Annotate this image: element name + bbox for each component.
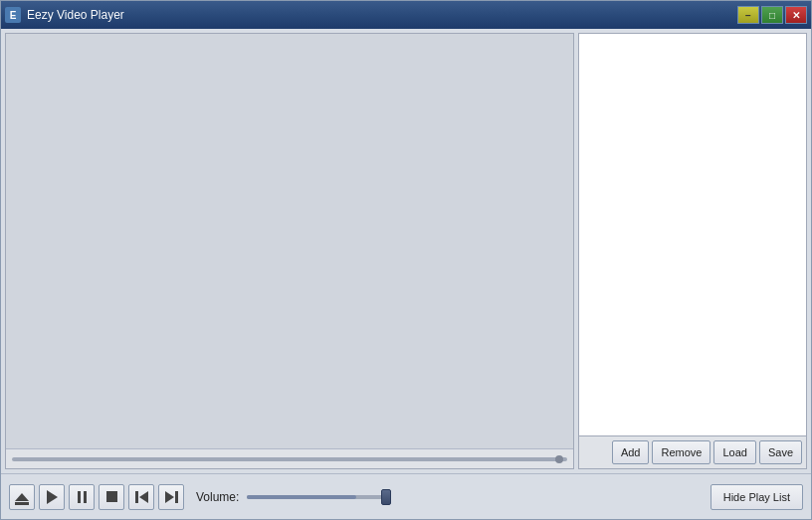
prev-icon [135,491,148,503]
progress-track[interactable] [12,457,567,461]
app-icon: E [5,7,21,23]
bottom-bar: Volume: Hide Play List [1,473,811,519]
pause-icon [78,491,87,503]
close-button[interactable]: ✕ [785,6,807,24]
playlist-buttons: Add Remove Load Save [579,436,806,468]
maximize-button[interactable]: □ [761,6,783,24]
minimize-button[interactable]: − [737,6,759,24]
volume-label: Volume: [196,490,239,504]
next-icon [165,491,178,503]
load-button[interactable]: Load [713,440,755,464]
main-window: E Eezy Video Player − □ ✕ Add Remove [0,0,812,520]
hide-playlist-button[interactable]: Hide Play List [710,484,803,510]
video-area [5,33,574,469]
eject-icon [15,493,29,501]
remove-button[interactable]: Remove [652,440,710,464]
stop-icon [106,491,117,502]
playlist-area: Add Remove Load Save [578,33,807,469]
volume-thumb[interactable] [381,489,391,505]
play-icon [47,490,58,504]
save-button[interactable]: Save [759,440,802,464]
volume-track[interactable] [247,495,386,499]
main-content: Add Remove Load Save [1,29,811,473]
prev-button[interactable] [128,484,154,510]
volume-slider-container [247,495,386,499]
next-button[interactable] [158,484,184,510]
progress-thumb [555,455,563,463]
play-button[interactable] [39,484,65,510]
stop-button[interactable] [99,484,124,510]
window-title: Eezy Video Player [27,8,124,22]
playlist-content [579,34,806,436]
pause-button[interactable] [69,484,95,510]
title-controls: − □ ✕ [737,6,807,24]
title-bar: E Eezy Video Player − □ ✕ [1,1,811,29]
add-button[interactable]: Add [612,440,650,464]
video-screen [6,34,573,448]
title-bar-left: E Eezy Video Player [5,7,204,23]
volume-fill [247,495,355,499]
progress-area [6,448,573,468]
eject-button[interactable] [9,484,35,510]
